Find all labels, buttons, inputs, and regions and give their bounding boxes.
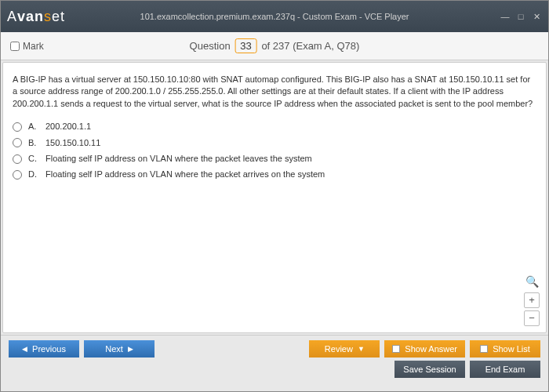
footer: ◀ Previous Next ▶ Review ▼ Show Answer S… <box>1 335 548 386</box>
zoom-controls: 🔍 + − <box>524 274 540 326</box>
option-b[interactable]: B. 150.150.10.11 <box>13 137 536 149</box>
show-answer-button[interactable]: Show Answer <box>384 340 465 358</box>
question-header: Mark Question 33 of 237 (Exam A, Q78) <box>1 32 548 60</box>
mark-checkbox[interactable] <box>10 42 20 51</box>
show-list-button[interactable]: Show List <box>470 340 540 358</box>
content-area: A BIG-IP has a virtual server at 150.150… <box>2 62 547 333</box>
magnifier-icon[interactable]: 🔍 <box>524 274 540 290</box>
option-a[interactable]: A. 200.200.1.1 <box>13 121 536 132</box>
options-list: A. 200.200.1.1 B. 150.150.10.11 C. Float… <box>13 121 536 181</box>
radio-d[interactable] <box>13 170 22 180</box>
zoom-out-button[interactable]: − <box>524 310 540 326</box>
logo: Avanset <box>7 9 65 25</box>
mark-checkbox-wrap[interactable]: Mark <box>10 41 44 52</box>
chevron-right-icon: ▶ <box>128 345 133 353</box>
mark-label: Mark <box>23 41 44 52</box>
radio-c[interactable] <box>13 154 22 164</box>
save-session-button[interactable]: Save Session <box>394 361 465 378</box>
previous-button[interactable]: ◀ Previous <box>9 340 79 358</box>
end-exam-button[interactable]: End Exam <box>470 361 540 378</box>
chevron-left-icon: ◀ <box>22 345 27 353</box>
radio-b[interactable] <box>13 138 22 147</box>
minimize-icon[interactable]: — <box>500 12 511 22</box>
zoom-in-button[interactable]: + <box>524 292 540 308</box>
option-c[interactable]: C. Floating self IP address on VLAN wher… <box>13 153 536 165</box>
window-controls: — □ ✕ <box>500 12 542 22</box>
maximize-icon[interactable]: □ <box>515 12 526 22</box>
question-text: A BIG-IP has a virtual server at 150.150… <box>13 74 536 110</box>
checkbox-icon <box>480 345 488 353</box>
review-button[interactable]: Review ▼ <box>309 340 380 358</box>
checkbox-icon <box>392 345 400 353</box>
radio-a[interactable] <box>13 122 22 132</box>
question-number: Question 33 of 237 (Exam A, Q78) <box>190 38 360 53</box>
window-title: 101.examcollection.premium.exam.237q - C… <box>140 12 409 21</box>
option-d[interactable]: D. Floating self IP address on VLAN wher… <box>13 169 536 180</box>
chevron-down-icon: ▼ <box>358 345 365 353</box>
next-button[interactable]: Next ▶ <box>84 340 155 358</box>
titlebar: Avanset 101.examcollection.premium.exam.… <box>1 1 548 32</box>
close-icon[interactable]: ✕ <box>531 12 542 22</box>
current-question-num: 33 <box>235 38 256 53</box>
